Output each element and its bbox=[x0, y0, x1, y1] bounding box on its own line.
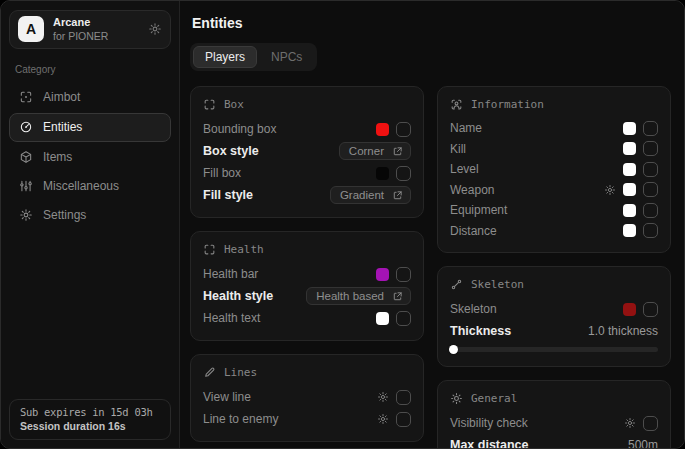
sidebar-item-entities[interactable]: Entities bbox=[9, 113, 171, 142]
color-swatch[interactable] bbox=[623, 163, 636, 176]
color-swatch[interactable] bbox=[623, 183, 636, 196]
setting-row-level: Level bbox=[450, 159, 658, 180]
setting-row-view-line: View line bbox=[203, 386, 411, 408]
checkbox[interactable] bbox=[396, 122, 411, 137]
checkbox[interactable] bbox=[643, 416, 658, 431]
color-swatch[interactable] bbox=[623, 224, 636, 237]
tab-players[interactable]: Players bbox=[193, 46, 257, 68]
setting-label: Level bbox=[450, 162, 479, 176]
checkbox[interactable] bbox=[396, 267, 411, 282]
sidebar-item-settings[interactable]: Settings bbox=[9, 202, 171, 229]
crosshair-icon bbox=[19, 90, 33, 104]
setting-label: Box style bbox=[203, 144, 259, 158]
health-style-dropdown[interactable]: Health based bbox=[306, 287, 411, 305]
panel-title: Health bbox=[224, 243, 264, 256]
setting-row-max-distance: Max distance 500m bbox=[450, 434, 658, 448]
max-distance-value: 500m bbox=[628, 438, 658, 448]
checkbox[interactable] bbox=[396, 412, 411, 427]
panel-box: Box Bounding box Box style Corne bbox=[190, 86, 424, 218]
panel-health: Health Health bar Health style H bbox=[190, 231, 424, 341]
checkbox[interactable] bbox=[396, 311, 411, 326]
setting-row-equipment: Equipment bbox=[450, 200, 658, 221]
sidebar: A Arcane for PIONER Category Aimbot Enti… bbox=[1, 1, 180, 448]
sidebar-item-label: Aimbot bbox=[43, 90, 80, 104]
subscription-info: Sub expires in 15d 03h Session duration … bbox=[9, 399, 171, 440]
checkbox[interactable] bbox=[643, 302, 658, 317]
setting-label: Fill box bbox=[203, 166, 241, 180]
setting-label: Visibility check bbox=[450, 416, 528, 430]
sidebar-item-label: Items bbox=[43, 150, 72, 164]
panel-information: Information Name Kill bbox=[437, 86, 671, 253]
setting-label: Health bar bbox=[203, 267, 258, 281]
checkbox[interactable] bbox=[643, 162, 658, 177]
main-content: Entities Players NPCs Box Bounding box bbox=[180, 1, 684, 448]
checkbox[interactable] bbox=[643, 203, 658, 218]
expand-icon bbox=[392, 190, 403, 201]
setting-label: Equipment bbox=[450, 203, 507, 217]
panel-title: General bbox=[471, 392, 517, 405]
setting-label: Name bbox=[450, 121, 482, 135]
setting-label: Weapon bbox=[450, 183, 494, 197]
tab-npcs[interactable]: NPCs bbox=[259, 46, 314, 68]
setting-row-health-style: Health style Health based bbox=[203, 285, 411, 307]
setting-label: Max distance bbox=[450, 438, 529, 448]
fill-style-dropdown[interactable]: Gradient bbox=[330, 186, 411, 204]
setting-label: Skeleton bbox=[450, 302, 497, 316]
slider-thumb[interactable] bbox=[449, 345, 458, 354]
setting-row-visibility-check: Visibility check bbox=[450, 412, 658, 434]
color-swatch[interactable] bbox=[376, 123, 389, 136]
panel-title: Information bbox=[471, 98, 544, 111]
dropdown-value: Corner bbox=[349, 145, 384, 157]
setting-row-weapon: Weapon bbox=[450, 180, 658, 201]
color-swatch[interactable] bbox=[376, 268, 389, 281]
sidebar-item-label: Entities bbox=[43, 120, 82, 134]
gear-icon[interactable] bbox=[148, 22, 162, 36]
expand-icon bbox=[392, 146, 403, 157]
app-header-card: A Arcane for PIONER bbox=[9, 10, 171, 49]
category-label: Category bbox=[15, 64, 165, 75]
color-swatch[interactable] bbox=[623, 142, 636, 155]
thickness-slider[interactable] bbox=[450, 347, 658, 352]
gear-icon[interactable] bbox=[377, 391, 389, 403]
color-swatch[interactable] bbox=[376, 312, 389, 325]
setting-label: Line to enemy bbox=[203, 412, 278, 426]
sidebar-item-items[interactable]: Items bbox=[9, 144, 171, 171]
setting-row-fill-box: Fill box bbox=[203, 162, 411, 184]
sidebar-item-miscellaneous[interactable]: Miscellaneous bbox=[9, 173, 171, 200]
brackets-icon bbox=[203, 98, 216, 111]
setting-row-fill-style: Fill style Gradient bbox=[203, 184, 411, 206]
person-scan-icon bbox=[450, 98, 463, 111]
color-swatch[interactable] bbox=[623, 122, 636, 135]
panel-title: Skeleton bbox=[471, 278, 524, 291]
gear-icon[interactable] bbox=[624, 417, 636, 429]
expand-icon bbox=[392, 291, 403, 302]
gear-icon[interactable] bbox=[377, 413, 389, 425]
color-swatch[interactable] bbox=[623, 303, 636, 316]
setting-row-bounding-box: Bounding box bbox=[203, 118, 411, 140]
gear-icon[interactable] bbox=[604, 184, 616, 196]
app-window: A Arcane for PIONER Category Aimbot Enti… bbox=[0, 0, 685, 449]
dropdown-value: Health based bbox=[316, 290, 384, 302]
checkbox[interactable] bbox=[643, 141, 658, 156]
box-style-dropdown[interactable]: Corner bbox=[339, 142, 411, 160]
setting-label: View line bbox=[203, 390, 251, 404]
entity-type-tabs: Players NPCs bbox=[190, 43, 317, 71]
app-logo: A bbox=[18, 16, 44, 42]
setting-row-box-style: Box style Corner bbox=[203, 140, 411, 162]
setting-label: Health text bbox=[203, 311, 260, 325]
brackets-icon bbox=[203, 243, 216, 256]
gear-icon bbox=[19, 208, 33, 222]
setting-label: Bounding box bbox=[203, 122, 276, 136]
sidebar-item-label: Miscellaneous bbox=[43, 179, 119, 193]
checkbox[interactable] bbox=[396, 166, 411, 181]
sidebar-item-aimbot[interactable]: Aimbot bbox=[9, 84, 171, 111]
checkbox[interactable] bbox=[643, 182, 658, 197]
checkbox[interactable] bbox=[643, 121, 658, 136]
sliders-icon bbox=[19, 179, 33, 193]
checkbox[interactable] bbox=[396, 390, 411, 405]
color-swatch[interactable] bbox=[623, 204, 636, 217]
radar-icon bbox=[19, 120, 33, 134]
color-swatch[interactable] bbox=[376, 167, 389, 180]
checkbox[interactable] bbox=[643, 223, 658, 238]
panel-skeleton: Skeleton Skeleton Thickness 1.0 thicknes… bbox=[437, 266, 671, 367]
